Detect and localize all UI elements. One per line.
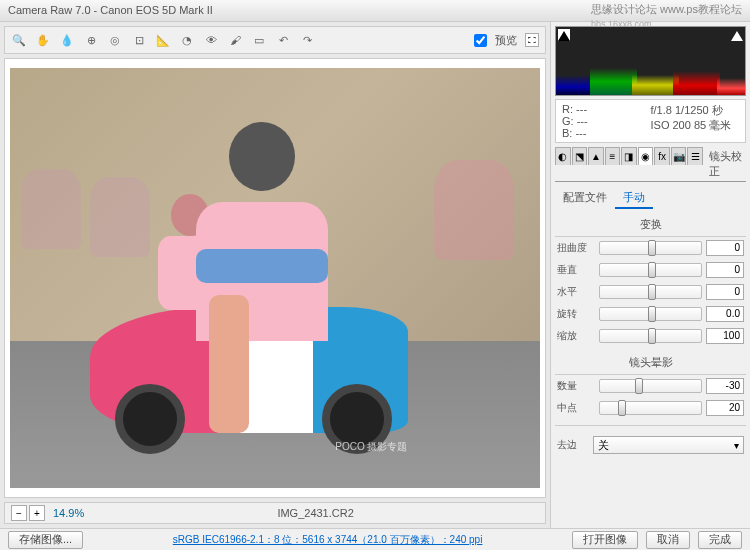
rotate-left-icon[interactable]: ↶ bbox=[275, 32, 291, 48]
graduated-filter-icon[interactable]: ▭ bbox=[251, 32, 267, 48]
highlight-clip-icon[interactable] bbox=[731, 29, 743, 41]
midpoint-slider[interactable] bbox=[599, 401, 702, 415]
filename-label: IMG_2431.CR2 bbox=[92, 507, 539, 519]
zoom-value[interactable]: 14.9% bbox=[53, 507, 84, 519]
vertical-slider[interactable] bbox=[599, 263, 702, 277]
tab-curve-icon[interactable]: ⬔ bbox=[572, 147, 588, 165]
save-image-button[interactable]: 存储图像... bbox=[8, 531, 83, 549]
right-panel: R: ---G: ---B: --- f/1.8 1/1250 秒 ISO 20… bbox=[550, 22, 750, 528]
section-vignette: 镜头晕影 bbox=[555, 351, 746, 375]
image-preview[interactable]: POCO 摄影专题 bbox=[4, 58, 546, 498]
status-bar: − + 14.9% IMG_2431.CR2 bbox=[4, 502, 546, 524]
horizontal-slider[interactable] bbox=[599, 285, 702, 299]
zoom-tool-icon[interactable]: 🔍 bbox=[11, 32, 27, 48]
window-title: Camera Raw 7.0 - Canon EOS 5D Mark II bbox=[8, 4, 213, 16]
scale-slider[interactable] bbox=[599, 329, 702, 343]
tab-lens-icon[interactable]: ◉ bbox=[638, 147, 654, 165]
open-image-button[interactable]: 打开图像 bbox=[572, 531, 638, 549]
distortion-value[interactable]: 0 bbox=[706, 240, 744, 256]
subtab-profile[interactable]: 配置文件 bbox=[555, 188, 615, 209]
scale-label: 缩放 bbox=[557, 329, 595, 343]
rotate-value[interactable]: 0.0 bbox=[706, 306, 744, 322]
defringe-label: 去边 bbox=[557, 438, 587, 452]
midpoint-value[interactable]: 20 bbox=[706, 400, 744, 416]
midpoint-label: 中点 bbox=[557, 401, 595, 415]
redeye-icon[interactable]: 👁 bbox=[203, 32, 219, 48]
poco-watermark: POCO 摄影专题 bbox=[335, 440, 407, 454]
white-balance-icon[interactable]: 💧 bbox=[59, 32, 75, 48]
preview-label: 预览 bbox=[495, 33, 517, 48]
rotate-right-icon[interactable]: ↷ bbox=[299, 32, 315, 48]
watermark: 思缘设计论坛 www.ps教程论坛 bbs.16xx8.com bbox=[591, 2, 742, 29]
subtab-manual[interactable]: 手动 bbox=[615, 188, 653, 209]
amount-value[interactable]: -30 bbox=[706, 378, 744, 394]
rotate-slider[interactable] bbox=[599, 307, 702, 321]
fullscreen-icon[interactable]: ⛶ bbox=[525, 33, 539, 47]
tab-hsl-icon[interactable]: ≡ bbox=[605, 147, 621, 165]
target-adjust-icon[interactable]: ◎ bbox=[107, 32, 123, 48]
tab-basic-icon[interactable]: ◐ bbox=[555, 147, 571, 165]
crop-tool-icon[interactable]: ⊡ bbox=[131, 32, 147, 48]
cancel-button[interactable]: 取消 bbox=[646, 531, 690, 549]
tab-presets-icon[interactable]: ☰ bbox=[687, 147, 703, 165]
tab-split-icon[interactable]: ◨ bbox=[621, 147, 637, 165]
vertical-value[interactable]: 0 bbox=[706, 262, 744, 278]
tab-fx-icon[interactable]: fx bbox=[654, 147, 670, 165]
hand-tool-icon[interactable]: ✋ bbox=[35, 32, 51, 48]
preview-checkbox[interactable] bbox=[474, 34, 487, 47]
vertical-label: 垂直 bbox=[557, 263, 595, 277]
done-button[interactable]: 完成 bbox=[698, 531, 742, 549]
toolbar: 🔍 ✋ 💧 ⊕ ◎ ⊡ 📐 ◔ 👁 🖌 ▭ ↶ ↷ 预览 ⛶ bbox=[4, 26, 546, 54]
tab-detail-icon[interactable]: ▲ bbox=[588, 147, 604, 165]
defringe-dropdown[interactable]: 关 bbox=[593, 436, 744, 454]
tab-camera-icon[interactable]: 📷 bbox=[671, 147, 687, 165]
scale-value[interactable]: 100 bbox=[706, 328, 744, 344]
zoom-in-button[interactable]: + bbox=[29, 505, 45, 521]
horizontal-label: 水平 bbox=[557, 285, 595, 299]
histogram[interactable] bbox=[555, 26, 746, 96]
shadow-clip-icon[interactable] bbox=[558, 29, 570, 41]
zoom-out-button[interactable]: − bbox=[11, 505, 27, 521]
tab-title: 镜头校正 bbox=[705, 147, 746, 181]
distortion-label: 扭曲度 bbox=[557, 241, 595, 255]
amount-label: 数量 bbox=[557, 379, 595, 393]
horizontal-value[interactable]: 0 bbox=[706, 284, 744, 300]
bottom-bar: 存储图像... sRGB IEC61966-2.1：8 位：5616 x 374… bbox=[0, 528, 750, 550]
amount-slider[interactable] bbox=[599, 379, 702, 393]
color-sampler-icon[interactable]: ⊕ bbox=[83, 32, 99, 48]
exif-info: R: ---G: ---B: --- f/1.8 1/1250 秒 ISO 20… bbox=[555, 99, 746, 143]
panel-tabs: ◐ ⬔ ▲ ≡ ◨ ◉ fx 📷 ☰ 镜头校正 bbox=[555, 147, 746, 182]
adjustment-brush-icon[interactable]: 🖌 bbox=[227, 32, 243, 48]
straighten-icon[interactable]: 📐 bbox=[155, 32, 171, 48]
section-transform: 变换 bbox=[555, 213, 746, 237]
distortion-slider[interactable] bbox=[599, 241, 702, 255]
spot-removal-icon[interactable]: ◔ bbox=[179, 32, 195, 48]
rotate-label: 旋转 bbox=[557, 307, 595, 321]
color-profile-link[interactable]: sRGB IEC61966-2.1：8 位：5616 x 3744（21.0 百… bbox=[91, 533, 564, 547]
